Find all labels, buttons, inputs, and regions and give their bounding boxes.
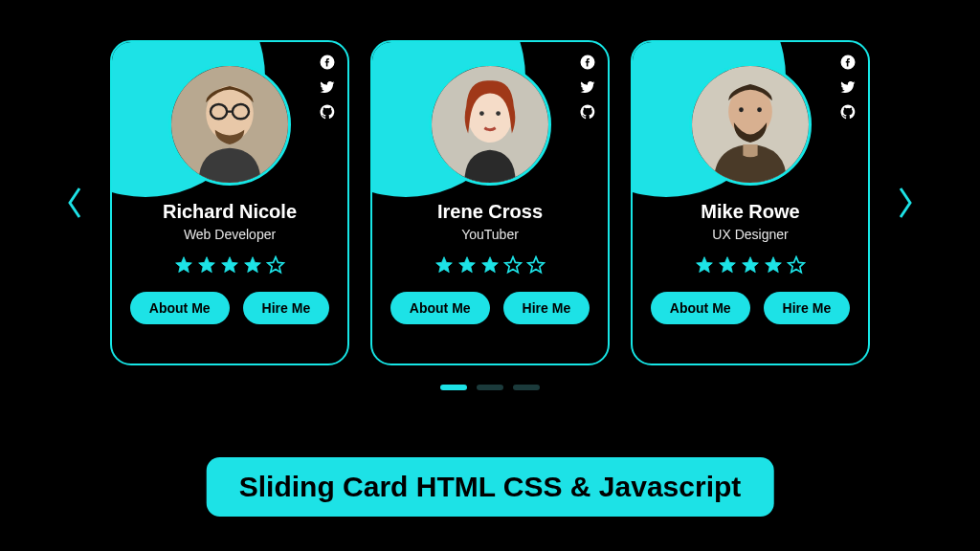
hire-me-button[interactable]: Hire Me bbox=[764, 292, 851, 324]
page-dot[interactable] bbox=[440, 385, 467, 390]
avatar bbox=[689, 63, 812, 186]
avatar bbox=[429, 63, 551, 186]
social-links bbox=[319, 54, 336, 121]
prev-arrow[interactable] bbox=[62, 182, 87, 224]
profile-card: Irene Cross YouTuber About Me Hire Me bbox=[370, 40, 610, 365]
profile-name: Richard Nicole bbox=[163, 201, 297, 223]
svg-point-7 bbox=[479, 111, 484, 116]
facebook-icon[interactable] bbox=[319, 54, 336, 71]
profile-role: YouTuber bbox=[461, 227, 519, 242]
profile-name: Mike Rowe bbox=[701, 201, 799, 223]
facebook-icon[interactable] bbox=[839, 54, 857, 71]
star-icon bbox=[480, 255, 500, 275]
svg-point-8 bbox=[496, 111, 501, 116]
about-me-button[interactable]: About Me bbox=[130, 292, 230, 324]
star-icon bbox=[266, 255, 285, 275]
github-icon[interactable] bbox=[579, 103, 596, 121]
star-icon bbox=[503, 255, 523, 275]
profile-role: Web Developer bbox=[184, 227, 276, 242]
github-icon[interactable] bbox=[839, 103, 857, 121]
profile-card: Mike Rowe UX Designer About Me Hire Me bbox=[631, 40, 870, 365]
avatar-image bbox=[432, 66, 548, 183]
twitter-icon[interactable] bbox=[839, 78, 857, 96]
rating-stars bbox=[434, 255, 546, 275]
star-icon bbox=[764, 255, 783, 275]
rating-stars bbox=[174, 255, 285, 275]
svg-point-12 bbox=[757, 107, 762, 112]
twitter-icon[interactable] bbox=[319, 78, 336, 96]
twitter-icon[interactable] bbox=[579, 78, 596, 96]
star-icon bbox=[741, 255, 760, 275]
star-icon bbox=[434, 255, 454, 275]
card-buttons: About Me Hire Me bbox=[390, 292, 590, 324]
profile-role: UX Designer bbox=[712, 227, 788, 242]
facebook-icon[interactable] bbox=[579, 54, 596, 71]
star-icon bbox=[220, 255, 239, 275]
avatar-image bbox=[171, 66, 288, 183]
page-title-banner: Sliding Card HTML CSS & Javascript bbox=[207, 457, 774, 517]
card-buttons: About Me Hire Me bbox=[651, 292, 850, 324]
star-icon bbox=[457, 255, 477, 275]
card-buttons: About Me Hire Me bbox=[130, 292, 329, 324]
star-icon bbox=[526, 255, 546, 275]
cards-container: Richard Nicole Web Developer About Me Hi… bbox=[110, 40, 870, 365]
star-icon bbox=[695, 255, 714, 275]
star-icon bbox=[787, 255, 806, 275]
chevron-right-icon bbox=[896, 184, 915, 222]
star-icon bbox=[718, 255, 737, 275]
next-arrow[interactable] bbox=[893, 182, 918, 224]
star-icon bbox=[197, 255, 216, 275]
page-dot[interactable] bbox=[477, 385, 503, 390]
github-icon[interactable] bbox=[319, 103, 336, 121]
about-me-button[interactable]: About Me bbox=[651, 292, 750, 324]
about-me-button[interactable]: About Me bbox=[390, 292, 490, 324]
profile-name: Irene Cross bbox=[437, 201, 543, 223]
avatar bbox=[168, 63, 291, 186]
chevron-left-icon bbox=[65, 184, 84, 222]
hire-me-button[interactable]: Hire Me bbox=[503, 292, 590, 324]
page-dot[interactable] bbox=[513, 385, 540, 390]
social-links bbox=[839, 54, 857, 121]
star-icon bbox=[174, 255, 193, 275]
hire-me-button[interactable]: Hire Me bbox=[243, 292, 330, 324]
pagination-dots bbox=[440, 385, 540, 390]
star-icon bbox=[243, 255, 262, 275]
rating-stars bbox=[695, 255, 806, 275]
carousel: Richard Nicole Web Developer About Me Hi… bbox=[0, 0, 980, 390]
slider-row: Richard Nicole Web Developer About Me Hi… bbox=[62, 40, 918, 365]
avatar-image bbox=[692, 66, 809, 183]
social-links bbox=[579, 54, 596, 121]
svg-point-11 bbox=[739, 107, 744, 112]
profile-card: Richard Nicole Web Developer About Me Hi… bbox=[110, 40, 349, 365]
